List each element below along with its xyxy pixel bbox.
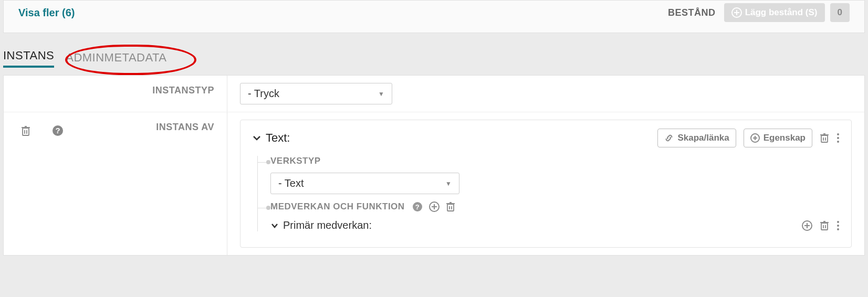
card-header: Text: Skapa/länka — [252, 129, 840, 147]
more-menu-icon[interactable] — [836, 220, 840, 231]
field-label-cell: ? INSTANS AV — [4, 112, 227, 255]
row-instans-av: ? INSTANS AV Text: — [4, 112, 864, 255]
svg-rect-13 — [821, 135, 828, 142]
add-bestand-button[interactable]: Lägg bestånd (S) — [724, 3, 825, 22]
card-title-text: Text: — [266, 131, 290, 145]
instanstyp-value: - Tryck — [248, 88, 279, 100]
svg-text:?: ? — [55, 126, 60, 135]
create-link-label: Skapa/länka — [677, 133, 729, 143]
verkstyp-value: - Text — [278, 177, 304, 189]
trash-icon[interactable] — [446, 201, 455, 212]
plus-circle-icon[interactable] — [429, 201, 440, 212]
svg-point-18 — [837, 133, 839, 135]
top-right-actions: BESTÅND Lägg bestånd (S) 0 — [668, 3, 850, 22]
chevron-down-icon — [252, 133, 262, 143]
primar-medverkan-row: Primär medverkan: — [270, 219, 840, 231]
card-actions: Skapa/länka Egenskap — [657, 129, 840, 147]
more-menu-icon[interactable] — [836, 133, 840, 143]
svg-point-20 — [837, 141, 839, 143]
create-link-button[interactable]: Skapa/länka — [657, 129, 736, 147]
add-bestand-label: Lägg bestånd (S) — [745, 7, 818, 18]
link-icon — [664, 133, 674, 143]
instance-card: Text: Skapa/länka — [240, 120, 852, 248]
bestand-count: 0 — [830, 3, 850, 22]
bestand-label: BESTÅND — [668, 7, 716, 18]
instans-av-label: INSTANS AV — [156, 122, 214, 132]
primar-title[interactable]: Primär medverkan: — [270, 219, 372, 231]
svg-point-39 — [837, 221, 839, 223]
help-icon[interactable]: ? — [52, 125, 64, 136]
field-value-cell: - Tryck ▼ — [227, 76, 864, 112]
top-bar: Visa fler (6) BESTÅND Lägg bestånd (S) 0 — [3, 0, 865, 33]
form-panel: INSTANSTYP - Tryck ▼ ? INSTANS AV — [3, 75, 865, 256]
svg-point-40 — [837, 225, 839, 227]
svg-rect-26 — [447, 204, 454, 211]
verkstyp-select[interactable]: - Text ▼ — [270, 173, 459, 194]
plus-circle-icon[interactable] — [802, 220, 812, 231]
medverkan-node: MEDVERKAN OCH FUNKTION ? — [270, 201, 840, 231]
plus-circle-icon — [750, 133, 760, 143]
help-icon[interactable]: ? — [412, 201, 423, 212]
show-more-link[interactable]: Visa fler (6) — [18, 7, 75, 19]
field-label-cell: INSTANSTYP — [4, 76, 227, 112]
svg-rect-34 — [821, 223, 828, 230]
card-tree: VERKSTYP - Text ▼ MEDVERKAN OCH FUNKTION — [257, 156, 840, 231]
trash-icon[interactable] — [820, 220, 829, 231]
property-label: Egenskap — [764, 133, 806, 143]
primar-actions — [802, 220, 840, 231]
medverkan-label: MEDVERKAN OCH FUNKTION — [270, 201, 405, 212]
verkstyp-node: VERKSTYP - Text ▼ — [270, 156, 840, 194]
medverkan-label-row: MEDVERKAN OCH FUNKTION ? — [270, 201, 840, 212]
property-button[interactable]: Egenskap — [744, 129, 812, 147]
svg-point-41 — [837, 228, 839, 230]
tab-adminmetadata[interactable]: ADMINMETADATA — [66, 51, 166, 68]
trash-icon[interactable] — [820, 133, 829, 143]
tree-dot-icon — [266, 206, 270, 210]
svg-text:?: ? — [415, 203, 419, 211]
chevron-down-icon — [270, 221, 279, 230]
card-title[interactable]: Text: — [252, 131, 290, 145]
svg-point-19 — [837, 137, 839, 139]
tab-bar: INSTANS ADMINMETADATA — [0, 33, 868, 68]
caret-down-icon: ▼ — [445, 180, 452, 187]
plus-circle-icon — [731, 7, 742, 18]
tab-instans[interactable]: INSTANS — [3, 49, 54, 68]
svg-rect-3 — [23, 128, 29, 135]
instanstyp-label: INSTANSTYP — [152, 85, 214, 96]
caret-down-icon: ▼ — [378, 90, 384, 98]
field-value-cell: Text: Skapa/länka — [227, 112, 864, 255]
verkstyp-label: VERKSTYP — [270, 156, 840, 166]
primar-label: Primär medverkan: — [283, 219, 372, 231]
instanstyp-select[interactable]: - Tryck ▼ — [240, 83, 392, 104]
row-instanstyp: INSTANSTYP - Tryck ▼ — [4, 76, 864, 112]
tree-dot-icon — [266, 160, 270, 164]
trash-icon[interactable] — [20, 125, 31, 136]
